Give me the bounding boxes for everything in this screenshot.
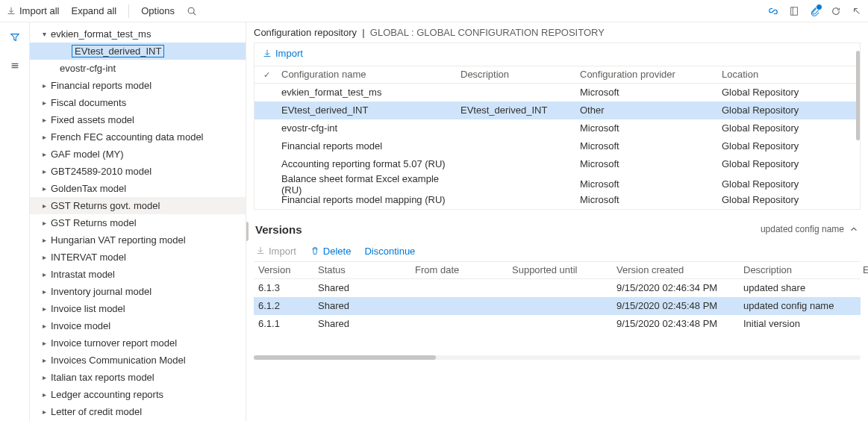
version-row[interactable]: 6.1.3Shared9/15/2020 02:46:34 PMupdated … (254, 279, 861, 297)
tree-item[interactable]: ▸GST Returns model (30, 214, 246, 231)
tree-item[interactable]: ▾evkien_format_test_ms (30, 25, 246, 43)
cell-provider: Microsoft (575, 194, 717, 205)
tree-item[interactable]: ▸Hungarian VAT reporting model (30, 231, 246, 249)
cell-provider: Microsoft (575, 158, 717, 169)
chevron-right-icon[interactable]: ▸ (39, 132, 49, 143)
col-desc[interactable]: Description (456, 69, 575, 80)
cell-location: Global Repository (717, 87, 855, 98)
col-name[interactable]: Configuration name (277, 69, 456, 80)
tree-item[interactable]: ▸Invoice model (30, 317, 246, 334)
search-button[interactable] (187, 6, 197, 16)
chevron-right-icon[interactable]: ▸ (39, 338, 49, 349)
config-row[interactable]: evkien_format_test_msMicrosoftGlobal Rep… (255, 84, 860, 102)
chevron-right-icon[interactable]: ▸ (39, 355, 49, 366)
resize-handle[interactable] (246, 222, 249, 241)
chevron-right-icon[interactable]: ▸ (39, 269, 49, 280)
chevron-right-icon[interactable]: ▸ (39, 235, 49, 246)
chevron-up-icon[interactable] (849, 224, 859, 234)
config-row[interactable]: Financial reports modelMicrosoftGlobal R… (255, 137, 860, 155)
vcol-desc[interactable]: Description (743, 264, 863, 275)
open-new-button[interactable] (852, 6, 862, 16)
chevron-right-icon[interactable]: ▸ (39, 201, 49, 211)
tree-item[interactable]: ▸Fixed assets model (30, 111, 246, 128)
config-import-button[interactable]: Import (262, 48, 303, 59)
cell-location: Global Repository (717, 122, 855, 134)
chevron-down-icon[interactable]: ▾ (39, 29, 49, 40)
tree-item[interactable]: ▸Invoices Communication Model (30, 352, 246, 369)
versions-discontinue-button[interactable]: Discontinue (364, 246, 415, 257)
tree-item[interactable]: ▸Fiscal documents (30, 94, 246, 111)
chevron-right-icon[interactable]: ▸ (39, 98, 49, 108)
spacer (48, 63, 58, 74)
paperclip-icon (810, 6, 820, 16)
chevron-right-icon[interactable]: ▸ (39, 166, 49, 177)
chevron-right-icon[interactable]: ▸ (39, 81, 49, 91)
tree-item[interactable]: ▸Intrastat model (30, 266, 246, 283)
refresh-button[interactable] (831, 6, 841, 16)
versions-grid-header: Version Status From date Supported until… (254, 261, 861, 279)
config-row[interactable]: Accounting reporting format 5.07 (RU)Mic… (255, 155, 860, 173)
version-row[interactable]: 6.1.1Shared9/15/2020 02:43:48 PMInitial … (254, 315, 861, 333)
import-all-button[interactable]: Import all (6, 5, 59, 16)
tree-item[interactable]: ▸Ledger accounting reports (30, 386, 246, 403)
check-icon[interactable] (263, 69, 270, 80)
chevron-right-icon[interactable]: ▸ (39, 149, 49, 160)
chevron-right-icon[interactable]: ▸ (39, 184, 49, 194)
config-row[interactable]: EVtest_derived_INTEVtest_derived_INTOthe… (255, 102, 860, 119)
tree-item[interactable]: EVtest_derived_INT (30, 43, 246, 60)
vcol-from[interactable]: From date (415, 264, 512, 275)
cell-desc: updated share (743, 282, 863, 293)
tree-item-label: Invoice model (49, 320, 110, 331)
versions-delete-button[interactable]: Delete (310, 246, 352, 257)
config-row[interactable]: Balance sheet format Excel example (RU)M… (255, 173, 860, 191)
chevron-right-icon[interactable]: ▸ (39, 372, 49, 383)
chevron-right-icon[interactable]: ▸ (39, 407, 49, 417)
chevron-right-icon[interactable]: ▸ (39, 304, 49, 314)
filter-button[interactable] (4, 27, 25, 48)
list-button[interactable] (4, 55, 25, 76)
scrollbar[interactable] (856, 51, 860, 140)
tree-item[interactable]: ▸GoldenTax model (30, 180, 246, 197)
config-panel: Import Configuration name Description Co… (254, 43, 861, 210)
config-row[interactable]: Financial reports model mapping (RU)Micr… (255, 191, 860, 209)
tree-item-label: Invoice list model (49, 303, 125, 314)
tree-item[interactable]: ▸Letter of credit model (30, 403, 246, 420)
vcol-version[interactable]: Version (258, 264, 318, 275)
chevron-right-icon[interactable]: ▸ (39, 115, 49, 125)
tree-item[interactable]: ▸GAF model (MY) (30, 146, 246, 163)
col-location[interactable]: Location (717, 69, 855, 80)
horizontal-scrollbar[interactable] (254, 355, 861, 360)
chevron-right-icon[interactable]: ▸ (39, 218, 49, 228)
link-icon-button[interactable] (768, 6, 778, 16)
delete-icon (310, 246, 320, 256)
tree-item[interactable]: ▸Financial reports model (30, 77, 246, 94)
tree-item-label: evostr-cfg-int (58, 63, 116, 74)
chevron-right-icon[interactable]: ▸ (39, 390, 49, 400)
office-icon-button[interactable] (789, 6, 799, 16)
tree-item[interactable]: ▸GBT24589-2010 model (30, 163, 246, 180)
expand-all-button[interactable]: Expand all (71, 5, 116, 16)
options-button[interactable]: Options (141, 5, 175, 16)
tree-item[interactable]: ▸Inventory journal model (30, 283, 246, 300)
version-row[interactable]: 6.1.2Shared9/15/2020 02:45:48 PMupdated … (254, 297, 861, 315)
tree-item[interactable]: evostr-cfg-int (30, 60, 246, 77)
chevron-right-icon[interactable]: ▸ (39, 287, 49, 297)
col-provider[interactable]: Configuration provider (575, 69, 717, 80)
cell-status: Shared (318, 300, 415, 311)
vcol-until[interactable]: Supported until (512, 264, 616, 275)
tree-item[interactable]: ▸INTERVAT model (30, 249, 246, 266)
tree-item[interactable]: ▸GST Returns govt. model (30, 197, 246, 214)
chevron-right-icon[interactable]: ▸ (39, 321, 49, 331)
vcol-e[interactable]: E (863, 264, 868, 275)
chevron-right-icon[interactable]: ▸ (39, 252, 49, 263)
tree-item[interactable]: ▸French FEC accounting data model (30, 128, 246, 146)
vcol-created[interactable]: Version created (616, 264, 743, 275)
config-row[interactable]: evostr-cfg-intMicrosoftGlobal Repository (255, 119, 860, 137)
tree-item[interactable]: ▸Invoice list model (30, 300, 246, 317)
attach-icon-button[interactable] (810, 6, 820, 16)
tree-pane[interactable]: ▾evkien_format_test_msEVtest_derived_INT… (30, 22, 246, 421)
tree-item[interactable]: ▸Invoice turnover report model (30, 334, 246, 352)
tree-item[interactable]: ▸Italian tax reports model (30, 369, 246, 386)
vcol-status[interactable]: Status (318, 264, 415, 275)
cell-provider: Microsoft (575, 178, 717, 190)
